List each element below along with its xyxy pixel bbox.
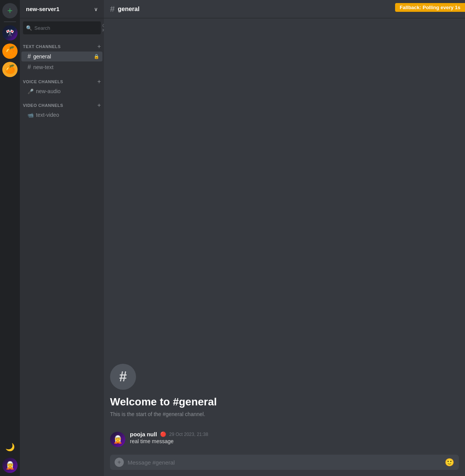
server-list: + 🎌 🍊 🍊 🌙 🧝 [0, 0, 20, 476]
category-text-label: TEXT CHANNELS [23, 44, 61, 49]
category-text[interactable]: TEXT CHANNELS + [20, 37, 104, 51]
user-avatar[interactable]: 🧝 [2, 458, 18, 473]
category-voice[interactable]: VOICE CHANNELS + [20, 73, 104, 86]
channel-header-name: general [118, 6, 139, 13]
search-input[interactable] [34, 25, 99, 31]
welcome-icon: # [110, 364, 136, 390]
add-voice-channel-button[interactable]: + [97, 79, 101, 85]
category-video-label: VIDEO CHANNELS [23, 103, 63, 108]
channel-item-new-audio[interactable]: 🎤 new-audio [21, 87, 102, 96]
server-icon-orange[interactable]: 🍊 [2, 44, 18, 59]
channel-item-text-video[interactable]: 📹 text-video [21, 110, 102, 119]
channel-sidebar: new-server1 ∨ 🔍 Ctrl K TEXT CHANNELS + #… [20, 0, 104, 476]
search-bar[interactable]: 🔍 Ctrl K [23, 21, 101, 34]
message-header: pooja null 🔴 29 Oct 2023, 21:38 [130, 431, 459, 437]
category-video[interactable]: VIDEO CHANNELS + [20, 96, 104, 110]
message-input-area: + 🙂 [104, 455, 465, 476]
channel-name-new-audio: new-audio [36, 88, 99, 94]
video-icon-text-video: 📹 [28, 112, 34, 118]
channel-name-new-text: new-text [33, 64, 99, 70]
emoji-button[interactable]: 🙂 [445, 458, 454, 467]
category-voice-label: VOICE CHANNELS [23, 79, 63, 84]
theme-toggle-button[interactable]: 🌙 [2, 439, 18, 455]
add-text-channel-button[interactable]: + [97, 44, 101, 50]
message-input[interactable] [128, 459, 441, 466]
lock-icon-general: 🔒 [94, 54, 99, 59]
message-input-box: + 🙂 [110, 455, 459, 470]
hash-icon-general: # [28, 53, 31, 60]
server-name: new-server1 [26, 6, 60, 12]
messages-area: # Welcome to #general This is the start … [104, 18, 465, 455]
hash-icon-new-text: # [28, 64, 31, 71]
user-actions: 🌙 🧝 [2, 439, 18, 473]
main-content: Fallback: Polling every 1s # general # W… [104, 0, 465, 476]
welcome-desc: This is the start of the #general channe… [110, 411, 459, 417]
channel-item-general[interactable]: # general 🔒 [21, 52, 102, 61]
server-divider [4, 21, 16, 22]
channel-item-new-text[interactable]: # new-text [21, 62, 102, 72]
add-server-button[interactable]: + [2, 3, 18, 18]
server-icon-orange2[interactable]: 🍊 [2, 62, 18, 77]
add-attachment-button[interactable]: + [115, 458, 124, 467]
message-author: pooja null [130, 431, 157, 437]
server-header[interactable]: new-server1 ∨ [20, 0, 104, 18]
channel-name-general: general [33, 53, 91, 60]
fallback-badge: Fallback: Polling every 1s [395, 3, 465, 12]
message-text: real time message [130, 438, 459, 444]
mic-icon-new-audio: 🎤 [28, 89, 34, 94]
search-icon: 🔍 [26, 25, 32, 31]
welcome-title: Welcome to #general [110, 396, 459, 408]
server-icon-anime[interactable]: 🎌 [2, 25, 18, 40]
channel-header-hash-icon: # [110, 4, 115, 14]
message-group: 🧝 pooja null 🔴 29 Oct 2023, 21:38 real t… [104, 429, 465, 449]
welcome-section: # Welcome to #general This is the start … [104, 364, 465, 429]
alert-icon: 🔴 [160, 431, 166, 437]
message-avatar: 🧝 [110, 432, 125, 447]
add-video-channel-button[interactable]: + [97, 102, 101, 108]
channel-name-text-video: text-video [36, 112, 99, 118]
message-content: pooja null 🔴 29 Oct 2023, 21:38 real tim… [130, 431, 459, 447]
message-timestamp: 29 Oct 2023, 21:38 [169, 432, 208, 437]
server-chevron-icon: ∨ [94, 6, 98, 12]
